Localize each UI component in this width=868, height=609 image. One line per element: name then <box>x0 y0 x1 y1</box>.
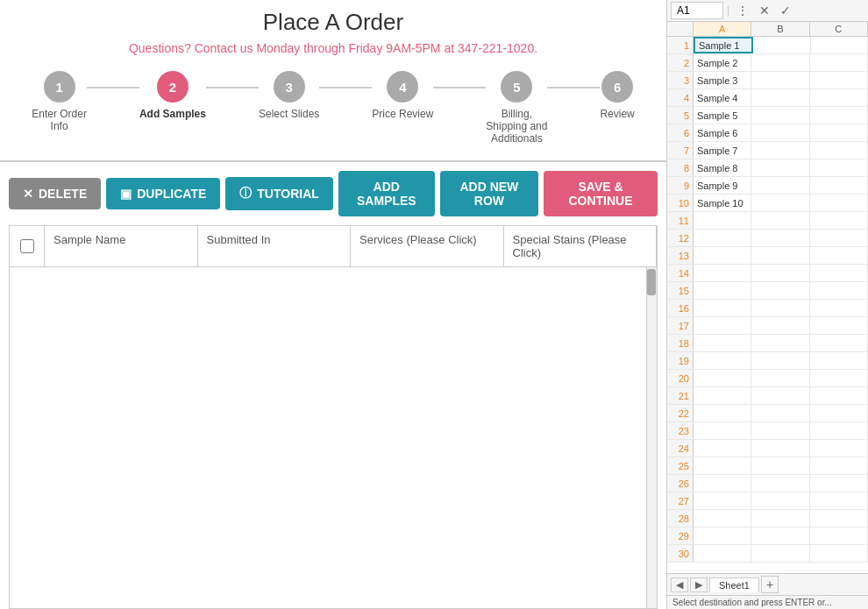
ss-cell-a[interactable] <box>694 212 751 229</box>
ss-cell-a[interactable]: Sample 1 <box>694 37 753 53</box>
ss-cell-c[interactable] <box>810 317 868 334</box>
delete-button[interactable]: ✕ DELETE <box>9 178 101 209</box>
ss-cell-a[interactable]: Sample 7 <box>694 142 751 159</box>
ss-cell-b[interactable] <box>751 159 809 176</box>
ss-cell-a[interactable]: Sample 10 <box>694 195 751 211</box>
ss-cell-c[interactable] <box>810 265 868 281</box>
ss-cell-a[interactable] <box>694 300 751 316</box>
ss-cell-c[interactable] <box>810 107 868 124</box>
ss-cell-a[interactable] <box>694 510 751 527</box>
scrollbar-thumb[interactable] <box>647 269 656 295</box>
ss-cell-a[interactable] <box>694 335 751 351</box>
ss-cell-b[interactable] <box>751 265 809 281</box>
ss-cell-b[interactable] <box>751 370 809 386</box>
tutorial-button[interactable]: ⓘ TUTORIAL <box>225 177 333 210</box>
select-all-checkbox[interactable] <box>20 239 34 253</box>
ss-cell-c[interactable] <box>810 247 868 264</box>
ss-menu-button[interactable]: ⋮ <box>733 2 752 19</box>
ss-cell-c[interactable] <box>810 440 868 457</box>
ss-cell-c[interactable] <box>811 37 868 53</box>
ss-cell-a[interactable]: Sample 9 <box>694 177 751 194</box>
col-header-b[interactable]: B <box>751 22 809 36</box>
ss-cell-b[interactable] <box>751 405 809 421</box>
ss-cell-a[interactable]: Sample 4 <box>694 89 751 106</box>
ss-cell-c[interactable] <box>810 282 868 299</box>
ss-cell-b[interactable] <box>751 247 809 264</box>
ss-cell-c[interactable] <box>810 54 868 71</box>
ss-cell-b[interactable] <box>751 422 809 439</box>
ss-cell-a[interactable] <box>694 370 751 386</box>
ss-cell-c[interactable] <box>810 195 868 211</box>
ss-cell-a[interactable] <box>694 265 751 281</box>
ss-cell-c[interactable] <box>810 352 868 369</box>
ss-cell-a[interactable]: Sample 5 <box>694 107 751 124</box>
ss-cell-c[interactable] <box>810 457 868 474</box>
ss-cell-c[interactable] <box>810 72 868 89</box>
ss-cell-b[interactable] <box>751 510 809 527</box>
ss-cell-a[interactable] <box>694 282 751 299</box>
ss-cell-b[interactable] <box>751 282 809 299</box>
ss-cell-b[interactable] <box>751 317 809 334</box>
ss-cell-a[interactable] <box>694 387 751 404</box>
ss-cell-a[interactable]: Sample 3 <box>694 72 751 89</box>
ss-cell-b[interactable] <box>751 457 809 474</box>
ss-cell-b[interactable] <box>751 54 809 71</box>
ss-cell-c[interactable] <box>810 89 868 106</box>
ss-cell-a[interactable] <box>694 317 751 334</box>
ss-cell-b[interactable] <box>751 335 809 351</box>
ss-cell-b[interactable] <box>751 300 809 316</box>
ss-close-button[interactable]: ✕ <box>756 2 773 19</box>
col-header-a[interactable]: A <box>694 22 751 36</box>
ss-cell-a[interactable] <box>694 230 751 246</box>
ss-cell-a[interactable]: Sample 6 <box>694 124 751 141</box>
ss-cell-a[interactable]: Sample 8 <box>694 159 751 176</box>
ss-cell-b[interactable] <box>751 475 809 492</box>
ss-prev-sheet-button[interactable]: ◀ <box>671 577 688 592</box>
ss-cell-b[interactable] <box>751 195 809 211</box>
ss-cell-b[interactable] <box>751 230 809 246</box>
add-samples-button[interactable]: ADD SAMPLES <box>338 171 435 216</box>
ss-sheet-tab[interactable]: Sheet1 <box>709 577 759 592</box>
checkbox-header[interactable] <box>10 226 45 266</box>
add-new-row-button[interactable]: ADD NEW ROW <box>440 171 538 216</box>
ss-cell-a[interactable] <box>694 247 751 264</box>
scrollbar[interactable] <box>646 267 657 608</box>
ss-cell-b[interactable] <box>751 72 809 89</box>
ss-cell-c[interactable] <box>810 124 868 141</box>
ss-cell-a[interactable] <box>694 422 751 439</box>
ss-cell-c[interactable] <box>810 492 868 509</box>
ss-cell-a[interactable] <box>694 475 751 492</box>
ss-cell-c[interactable] <box>810 528 868 544</box>
ss-cell-a[interactable] <box>694 528 751 544</box>
col-header-c[interactable]: C <box>810 22 868 36</box>
save-continue-button[interactable]: SAVE & CONTINUE <box>544 171 658 216</box>
ss-cell-c[interactable] <box>810 475 868 492</box>
ss-cell-b[interactable] <box>751 142 809 159</box>
ss-cell-c[interactable] <box>810 159 868 176</box>
ss-confirm-button[interactable]: ✓ <box>777 2 794 19</box>
ss-cell-c[interactable] <box>810 405 868 421</box>
duplicate-button[interactable]: ▣ DUPLICATE <box>106 178 220 209</box>
ss-cell-b[interactable] <box>751 387 809 404</box>
ss-cell-b[interactable] <box>751 352 809 369</box>
ss-cell-b[interactable] <box>751 492 809 509</box>
ss-cell-c[interactable] <box>810 422 868 439</box>
ss-add-sheet-button[interactable]: + <box>761 576 779 593</box>
ss-cell-b[interactable] <box>751 107 809 124</box>
ss-cell-b[interactable] <box>753 37 810 53</box>
ss-cell-b[interactable] <box>751 177 809 194</box>
ss-next-sheet-button[interactable]: ▶ <box>690 577 708 592</box>
ss-cell-b[interactable] <box>751 545 809 562</box>
ss-cell-b[interactable] <box>751 212 809 229</box>
ss-cell-b[interactable] <box>751 124 809 141</box>
ss-cell-a[interactable] <box>694 492 751 509</box>
ss-cell-c[interactable] <box>810 230 868 246</box>
ss-cell-b[interactable] <box>751 440 809 457</box>
ss-cell-a[interactable] <box>694 440 751 457</box>
ss-cell-a[interactable] <box>694 352 751 369</box>
ss-cell-c[interactable] <box>810 300 868 316</box>
ss-cell-a[interactable]: Sample 2 <box>694 54 751 71</box>
ss-cell-c[interactable] <box>810 545 868 562</box>
ss-cell-c[interactable] <box>810 387 868 404</box>
ss-cell-c[interactable] <box>810 142 868 159</box>
